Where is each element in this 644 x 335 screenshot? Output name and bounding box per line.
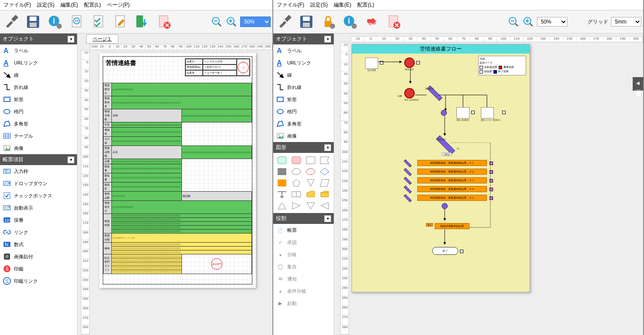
palette-item-数式[interactable]: fx数式 bbox=[0, 238, 77, 250]
shape-cell-18[interactable] bbox=[305, 201, 317, 210]
right-canvas[interactable]: -100102030405060708090100110120130140150… bbox=[334, 34, 643, 335]
shape-cell-15[interactable] bbox=[319, 189, 331, 199]
palette-item-画像[interactable]: 画像 bbox=[0, 142, 77, 154]
palette-item-ドロップダウン[interactable]: ドロップダウン bbox=[0, 177, 77, 189]
chevron-down-icon[interactable]: ▾ bbox=[324, 215, 331, 222]
shape-cell-16[interactable] bbox=[276, 201, 288, 210]
grid-select[interactable]: 5mm bbox=[611, 17, 641, 27]
menu-layout[interactable]: 配置(L) bbox=[84, 1, 101, 9]
shape-cell-14[interactable] bbox=[305, 189, 317, 199]
palette-item-チェックボックス[interactable]: チェックボックス bbox=[0, 189, 77, 202]
lock-gear-icon[interactable] bbox=[319, 12, 338, 31]
shape-cell-3[interactable] bbox=[319, 156, 331, 165]
list-download-icon[interactable] bbox=[132, 12, 151, 31]
role-item-起動[interactable]: ▶起動 bbox=[273, 297, 334, 309]
shape-cell-17[interactable] bbox=[290, 201, 302, 210]
shapes-header[interactable]: 図形▾ bbox=[273, 142, 334, 153]
palette-item-多角形[interactable]: 多角形 bbox=[0, 118, 77, 130]
palette-item-線[interactable]: 線 bbox=[273, 69, 334, 81]
role-item-分岐[interactable]: ⬧分岐 bbox=[273, 248, 334, 261]
flow-task-3[interactable]: 伸情調査依頼・調査書依頼起票＿０３ bbox=[417, 177, 487, 183]
menu-settings[interactable]: 設定(S) bbox=[37, 1, 54, 9]
flow-circle-connector-2[interactable] bbox=[442, 203, 448, 209]
menu-page[interactable]: ページ(P) bbox=[107, 1, 130, 9]
menu-settings[interactable]: 設定(S) bbox=[310, 1, 328, 9]
palette-item-折れ線[interactable]: 折れ線 bbox=[0, 81, 77, 93]
palette-item-ラベル[interactable]: Aラベル bbox=[273, 44, 334, 57]
page-delete-icon[interactable] bbox=[384, 12, 403, 31]
shape-cell-19[interactable] bbox=[319, 201, 331, 210]
palette-item-画像[interactable]: 画像 bbox=[273, 130, 334, 142]
objects-header[interactable]: オブジェクト▾ bbox=[273, 34, 334, 44]
flow-page[interactable]: 苦情連絡書フロー 凡例 追加マーク 未到達状態審査状態到状態終了状態 発生部署 … bbox=[352, 44, 530, 292]
info-gear-icon[interactable]: i bbox=[340, 12, 359, 31]
shape-cell-6[interactable] bbox=[305, 167, 317, 176]
save-icon[interactable] bbox=[23, 12, 43, 31]
palette-item-印鑑[interactable]: S印鑑 bbox=[0, 263, 77, 275]
menu-edit[interactable]: 編集(E) bbox=[334, 1, 351, 9]
flow-diamond-small[interactable] bbox=[403, 161, 412, 166]
shape-cell-13[interactable] bbox=[290, 189, 302, 199]
shape-cell-7[interactable] bbox=[319, 167, 331, 176]
page-delete-icon[interactable] bbox=[154, 12, 173, 31]
palette-item-入力枠[interactable]: T入力枠 bbox=[0, 165, 77, 177]
menu-layout[interactable]: 配置(L) bbox=[357, 1, 374, 9]
left-canvas[interactable]: ページ１ -1001001020304050607080901001101201… bbox=[77, 34, 272, 335]
palette-item-URLリンク[interactable]: AURLリンク bbox=[273, 57, 334, 69]
role-item-通知[interactable]: ✉通知 bbox=[273, 273, 334, 285]
role-item-帳票[interactable]: 📄帳票 bbox=[273, 224, 334, 236]
palette-item-リンク[interactable]: リンク bbox=[0, 226, 77, 238]
zoom-out-icon[interactable] bbox=[211, 16, 223, 28]
shape-cell-4[interactable] bbox=[276, 167, 288, 176]
flow-task-2[interactable]: 伸情調査依頼・調査書依頼起票＿０２ bbox=[417, 169, 487, 175]
hammer-icon[interactable] bbox=[2, 12, 21, 31]
flow-notify-doc-2[interactable]: 通知 (フロー図保名) bbox=[481, 107, 500, 121]
flow-notify-doc[interactable]: 通知 (起案者) bbox=[456, 107, 470, 121]
shape-cell-12[interactable] bbox=[276, 189, 288, 199]
flow-task-1[interactable]: 伸情調査依頼・調査書依頼起票＿０１ bbox=[417, 160, 487, 166]
palette-item-楕円[interactable]: 楕円 bbox=[273, 105, 334, 118]
page-check-icon[interactable] bbox=[89, 12, 108, 31]
palette-item-多角形[interactable]: 多角形 bbox=[273, 118, 334, 130]
palette-item-折れ線[interactable]: 折れ線 bbox=[273, 81, 334, 93]
shape-cell-8[interactable] bbox=[276, 178, 288, 188]
chevron-down-icon[interactable]: ▾ bbox=[324, 36, 331, 43]
roles-header[interactable]: 役割▾ bbox=[273, 213, 334, 224]
shape-cell-10[interactable] bbox=[305, 178, 317, 188]
palette-item-矩形[interactable]: 矩形 bbox=[273, 93, 334, 105]
zoom-out-icon[interactable] bbox=[507, 16, 520, 28]
chevron-down-icon[interactable]: ▾ bbox=[324, 144, 331, 151]
flow-task-4[interactable]: 伸情調査依頼・調査書依頼起票＿０４ bbox=[417, 186, 487, 192]
info-gear-icon[interactable]: i bbox=[45, 12, 64, 31]
shape-cell-2[interactable] bbox=[305, 156, 317, 165]
role-item-承認[interactable]: ✓承認 bbox=[273, 236, 334, 248]
side-tab-items[interactable]: ◀項目一覧 bbox=[633, 77, 643, 91]
page-edit-icon[interactable] bbox=[111, 12, 130, 31]
shape-cell-9[interactable] bbox=[290, 178, 302, 188]
palette-item-楕円[interactable]: 楕円 bbox=[0, 105, 77, 118]
menu-file[interactable]: ファイル(F) bbox=[277, 1, 304, 9]
palette-item-矩形[interactable]: 矩形 bbox=[0, 93, 77, 105]
menu-file[interactable]: ファイル(F) bbox=[3, 1, 31, 9]
flow-circle-connector[interactable] bbox=[441, 110, 447, 116]
palette-item-テーブル[interactable]: テーブル bbox=[0, 130, 77, 142]
flow-terminator[interactable]: 終了 bbox=[432, 247, 458, 255]
palette-item-印鑑リンク[interactable]: S印鑑リンク bbox=[0, 275, 77, 287]
chevron-down-icon[interactable]: ▾ bbox=[67, 36, 74, 43]
palette-item-URLリンク[interactable]: AURLリンク bbox=[0, 57, 77, 69]
shape-cell-0[interactable] bbox=[276, 156, 288, 165]
shape-cell-11[interactable] bbox=[319, 178, 331, 188]
chevron-down-icon[interactable]: ▾ bbox=[67, 156, 74, 163]
hammer-icon[interactable] bbox=[275, 12, 294, 31]
doc-zoomout-icon[interactable] bbox=[67, 12, 86, 31]
flow-start-doc[interactable]: 発生部署 bbox=[365, 58, 378, 71]
page-tab[interactable]: ページ１ bbox=[86, 34, 118, 44]
save-icon[interactable] bbox=[297, 12, 316, 31]
flow-diamond-small[interactable] bbox=[403, 178, 412, 183]
palette-item-採番[interactable]: 123採番 bbox=[0, 214, 77, 226]
shape-cell-1[interactable] bbox=[290, 156, 302, 165]
flow-diamond-small[interactable] bbox=[403, 196, 412, 201]
shape-cell-5[interactable] bbox=[290, 167, 302, 176]
collect-task[interactable]: 報告評価書依頼起票 bbox=[435, 223, 470, 229]
palette-item-画像貼付[interactable]: 画像貼付 bbox=[0, 250, 77, 263]
